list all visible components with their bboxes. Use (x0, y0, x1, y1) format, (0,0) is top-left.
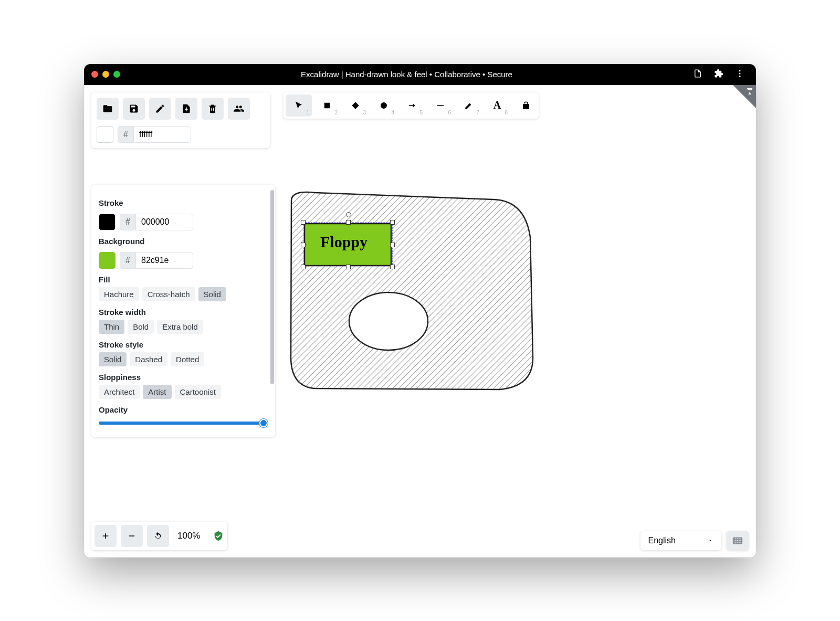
opacity-label: Opacity (99, 405, 268, 414)
tool-text[interactable]: A 8 (484, 94, 510, 117)
tool-selection[interactable]: 1 (286, 94, 312, 117)
background-label: Background (99, 237, 268, 246)
more-icon[interactable] (735, 69, 744, 80)
bottom-right-controls: English (640, 531, 749, 550)
stroke-width-thin[interactable]: Thin (99, 320, 124, 334)
resize-handle-ne[interactable] (390, 220, 395, 225)
tool-arrow[interactable]: 5 (399, 94, 425, 117)
window-title: Excalidraw | Hand-drawn look & feel • Co… (120, 70, 693, 79)
shape-toolbar: 1 2 3 4 5 6 7 (284, 92, 539, 119)
file-icon[interactable] (693, 69, 702, 80)
app-content: Floppy (84, 85, 756, 557)
svg-rect-4 (324, 102, 330, 108)
fill-label: Fill (99, 275, 268, 284)
tool-draw[interactable]: 7 (456, 94, 482, 117)
canvas-bg-row: # (97, 126, 265, 143)
sloppiness-architect[interactable]: Architect (99, 385, 140, 399)
language-value: English (648, 536, 676, 545)
save-as-button[interactable] (149, 98, 171, 120)
stroke-width-options: Thin Bold Extra bold (99, 320, 268, 334)
open-button[interactable] (97, 98, 119, 120)
tool-shortcut: 6 (448, 110, 451, 115)
encrypted-icon (213, 530, 224, 542)
stroke-width-label: Stroke width (99, 308, 268, 317)
tool-shortcut: 8 (505, 110, 508, 115)
minimize-window-button[interactable] (102, 71, 109, 78)
fill-crosshatch[interactable]: Cross-hatch (142, 287, 195, 301)
svg-point-1 (739, 73, 741, 75)
zoom-panel: 100% (91, 522, 227, 550)
fill-solid[interactable]: Solid (198, 287, 226, 301)
lock-button[interactable] (516, 94, 537, 117)
resize-handle-n[interactable] (346, 220, 351, 225)
tool-shortcut: 5 (419, 110, 423, 115)
tool-shortcut: 4 (391, 110, 394, 115)
resize-handle-sw[interactable] (301, 265, 306, 269)
maximize-window-button[interactable] (113, 71, 120, 78)
export-button[interactable] (175, 98, 197, 120)
stroke-swatch[interactable] (99, 214, 116, 230)
resize-handle-s[interactable] (346, 265, 351, 269)
drawn-shape-hole[interactable] (349, 292, 428, 350)
resize-handle-se[interactable] (390, 265, 395, 269)
titlebar: Excalidraw | Hand-drawn look & feel • Co… (84, 64, 756, 85)
tool-shortcut: 3 (363, 110, 366, 115)
opacity-slider[interactable] (99, 422, 268, 425)
tool-line[interactable]: 6 (427, 94, 454, 117)
resize-handle-nw[interactable] (301, 220, 306, 225)
stroke-style-dotted[interactable]: Dotted (171, 352, 204, 366)
stroke-label: Stroke (99, 198, 268, 207)
svg-point-2 (739, 76, 741, 77)
close-window-button[interactable] (91, 71, 98, 78)
stroke-width-bold[interactable]: Bold (128, 320, 154, 334)
background-hex-input[interactable] (135, 252, 193, 269)
fill-options: Hachure Cross-hatch Solid (99, 287, 268, 301)
tool-shortcut: 2 (334, 110, 338, 115)
rotate-handle[interactable] (346, 212, 351, 217)
tool-rectangle[interactable]: 2 (314, 94, 340, 117)
traffic-lights (91, 71, 120, 78)
background-swatch[interactable] (99, 252, 116, 269)
hash-label: # (120, 214, 135, 230)
scrollbar[interactable] (270, 190, 274, 384)
stroke-width-extrabold[interactable]: Extra bold (157, 320, 203, 334)
keyboard-shortcuts-button[interactable] (727, 531, 749, 550)
tool-ellipse[interactable]: 4 (371, 94, 397, 117)
tool-shortcut: 1 (306, 110, 309, 115)
properties-panel: Stroke # Background # Fill Hachure Cros (91, 185, 275, 437)
stroke-style-label: Stroke style (99, 340, 268, 349)
sloppiness-label: Sloppiness (99, 373, 268, 382)
language-select[interactable]: English (640, 531, 721, 550)
zoom-in-button[interactable] (94, 525, 117, 547)
zoom-level: 100% (173, 531, 204, 541)
tool-shortcut: 7 (476, 110, 479, 115)
collaborate-button[interactable] (228, 98, 250, 120)
canvas-bg-swatch[interactable] (97, 126, 113, 143)
extension-icon[interactable] (714, 69, 723, 80)
tool-diamond[interactable]: 3 (342, 94, 369, 117)
zoom-reset-button[interactable] (147, 525, 169, 547)
file-panel: # (91, 92, 270, 148)
resize-handle-w[interactable] (301, 243, 306, 247)
stroke-style-options: Solid Dashed Dotted (99, 352, 268, 366)
save-button[interactable] (123, 98, 145, 120)
fill-hachure[interactable]: Hachure (99, 287, 139, 301)
svg-point-0 (739, 70, 741, 71)
canvas-bg-input[interactable] (133, 126, 191, 143)
sloppiness-cartoonist[interactable]: Cartoonist (175, 385, 221, 399)
app-window: Excalidraw | Hand-drawn look & feel • Co… (84, 64, 756, 557)
hash-label: # (120, 252, 135, 269)
stroke-style-dashed[interactable]: Dashed (130, 352, 167, 366)
sloppiness-artist[interactable]: Artist (143, 385, 171, 399)
zoom-out-button[interactable] (121, 525, 143, 547)
stroke-style-solid[interactable]: Solid (99, 352, 127, 366)
selection-box (303, 222, 393, 267)
svg-point-5 (381, 102, 387, 109)
hash-label: # (118, 126, 133, 143)
stroke-hex-input[interactable] (135, 214, 193, 230)
sloppiness-options: Architect Artist Cartoonist (99, 385, 268, 399)
chevron-up-icon (707, 538, 713, 544)
clear-canvas-button[interactable] (202, 98, 224, 120)
titlebar-actions (693, 69, 749, 80)
resize-handle-e[interactable] (390, 243, 395, 247)
